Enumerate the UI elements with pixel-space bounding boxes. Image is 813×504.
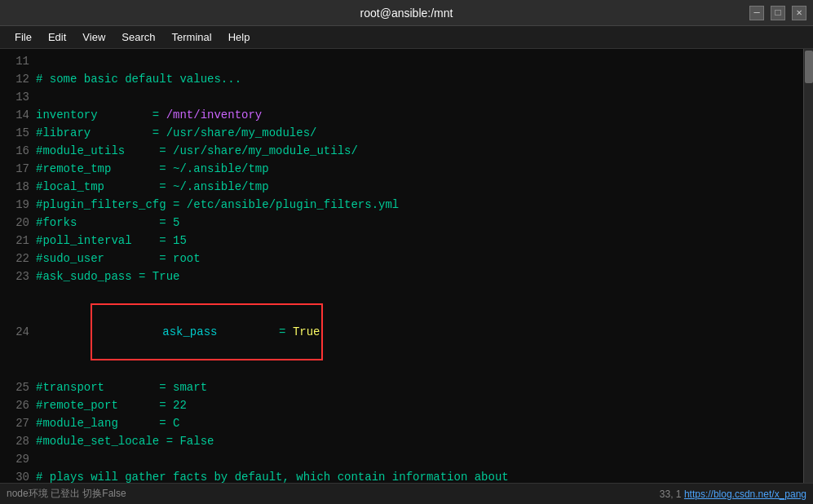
menu-bar: File Edit View Search Terminal Help	[0, 26, 813, 49]
line-20: 20 #forks = 5	[0, 214, 803, 232]
line-content-12: # some basic default values...	[36, 70, 241, 88]
line-content-23: #ask_sudo_pass = True	[36, 267, 179, 285]
line-number-14: 14	[3, 106, 29, 124]
line-number-20: 20	[3, 214, 29, 232]
line-17: 17 #remote_tmp = ~/.ansible/tmp	[0, 160, 803, 178]
menu-edit[interactable]: Edit	[40, 28, 74, 46]
terminal-wrapper: 11 12 # some basic default values... 13 …	[0, 49, 813, 483]
line-11: 11	[0, 52, 803, 70]
window-controls[interactable]: ─ □ ✕	[749, 6, 806, 20]
line-number-18: 18	[3, 178, 29, 196]
menu-file[interactable]: File	[7, 28, 40, 46]
close-button[interactable]: ✕	[792, 6, 806, 20]
line-content-18: #local_tmp = ~/.ansible/tmp	[36, 178, 269, 196]
line-15: 15 #library = /usr/share/my_modules/	[0, 124, 803, 142]
line-number-16: 16	[3, 142, 29, 160]
line-content-19: #plugin_filters_cfg = /etc/ansible/plugi…	[36, 196, 399, 214]
line-29: 29	[0, 450, 803, 468]
line-21: 21 #poll_interval = 15	[0, 232, 803, 250]
line-number-21: 21	[3, 232, 29, 250]
line-number-17: 17	[3, 160, 29, 178]
line-12: 12 # some basic default values...	[0, 70, 803, 88]
status-right-text: 33, 1 https://blog.csdn.net/x_pang	[660, 489, 806, 500]
line-content-17: #remote_tmp = ~/.ansible/tmp	[36, 160, 269, 178]
cursor-position: 33, 1	[660, 489, 682, 500]
menu-search[interactable]: Search	[113, 28, 163, 46]
line-content-14: inventory = /mnt/inventory	[36, 106, 262, 124]
line-23: 23 #ask_sudo_pass = True	[0, 267, 803, 285]
line-number-28: 28	[3, 432, 29, 450]
menu-view[interactable]: View	[74, 28, 113, 46]
line-content-22: #sudo_user = root	[36, 250, 201, 267]
line-13: 13	[0, 88, 803, 106]
line-number-23: 23	[3, 267, 29, 285]
title-bar: root@ansible:/mnt ─ □ ✕	[0, 0, 813, 26]
line-content-16: #module_utils = /usr/share/my_module_uti…	[36, 142, 358, 160]
status-left-text: node环境 已登出 切换False	[7, 487, 126, 501]
line-27: 27 #module_lang = C	[0, 414, 803, 432]
line-24: 24 ask_pass = True	[0, 285, 803, 378]
line-number-15: 15	[3, 124, 29, 142]
line-content-24: ask_pass = True	[36, 285, 323, 378]
line-25: 25 #transport = smart	[0, 378, 803, 396]
line-content-20: #forks = 5	[36, 214, 179, 232]
line-number-26: 26	[3, 396, 29, 414]
line-number-29: 29	[3, 450, 29, 468]
line-content-21: #poll_interval = 15	[36, 232, 187, 250]
line-number-11: 11	[3, 52, 29, 70]
terminal-content[interactable]: 11 12 # some basic default values... 13 …	[0, 49, 803, 483]
line-16: 16 #module_utils = /usr/share/my_module_…	[0, 142, 803, 160]
line-28: 28 #module_set_locale = False	[0, 432, 803, 450]
scrollbar-thumb[interactable]	[805, 51, 813, 83]
line-30: 30 # plays will gather facts by default,…	[0, 468, 803, 483]
line-content-30: # plays will gather facts by default, wh…	[36, 468, 509, 483]
line-number-22: 22	[3, 250, 29, 267]
maximize-button[interactable]: □	[771, 6, 785, 20]
line-number-30: 30	[3, 468, 29, 483]
menu-terminal[interactable]: Terminal	[164, 28, 220, 46]
menu-help[interactable]: Help	[220, 28, 258, 46]
line-14: 14 inventory = /mnt/inventory	[0, 106, 803, 124]
line-content-26: #remote_port = 22	[36, 396, 187, 414]
line-number-25: 25	[3, 378, 29, 396]
minimize-button[interactable]: ─	[749, 6, 764, 20]
window-title: root@ansible:/mnt	[360, 7, 453, 20]
line-content-28: #module_set_locale = False	[36, 432, 214, 450]
line-content-27: #module_lang = C	[36, 414, 179, 432]
line-number-27: 27	[3, 414, 29, 432]
line-content-15: #library = /usr/share/my_modules/	[36, 124, 316, 142]
line-content-25: #transport = smart	[36, 378, 207, 396]
line-22: 22 #sudo_user = root	[0, 250, 803, 267]
line-number-24: 24	[3, 323, 29, 341]
line-26: 26 #remote_port = 22	[0, 396, 803, 414]
line-19: 19 #plugin_filters_cfg = /etc/ansible/pl…	[0, 196, 803, 214]
status-bar: node环境 已登出 切换False 33, 1 https://blog.cs…	[0, 483, 813, 504]
status-link[interactable]: https://blog.csdn.net/x_pang	[684, 489, 806, 500]
line-number-19: 19	[3, 196, 29, 214]
scrollbar[interactable]	[803, 49, 813, 483]
line-number-13: 13	[3, 88, 29, 106]
line-number-12: 12	[3, 70, 29, 88]
line-18: 18 #local_tmp = ~/.ansible/tmp	[0, 178, 803, 196]
